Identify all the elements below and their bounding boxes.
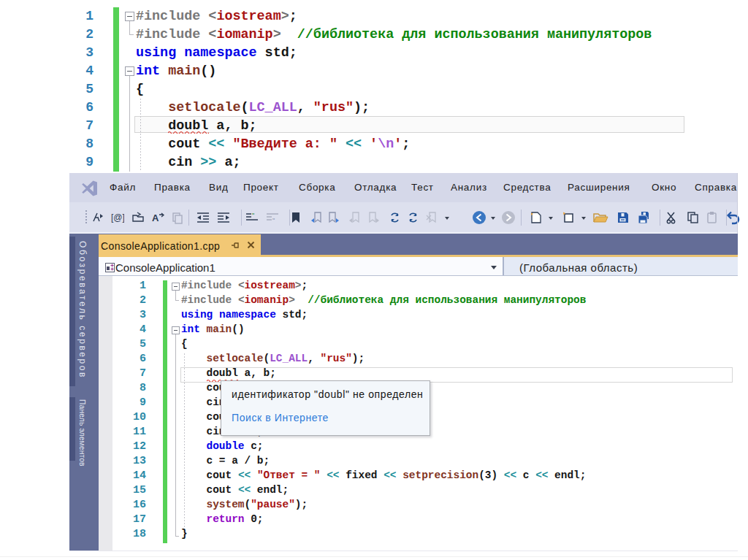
- svg-text:": ": [252, 212, 254, 219]
- svg-text:": ": [272, 217, 275, 224]
- svg-text:[@]: [@]: [111, 212, 124, 223]
- svg-text:A: A: [152, 212, 159, 223]
